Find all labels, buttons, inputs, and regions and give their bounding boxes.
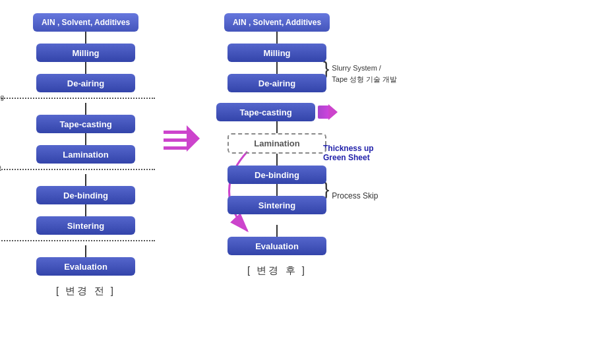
connector bbox=[85, 103, 86, 115]
left-caption: [ 변경 전 ] bbox=[56, 285, 115, 297]
evaluation-box-left: Evaluation bbox=[36, 257, 135, 276]
substrate-dotted-line bbox=[0, 240, 155, 241]
thickness-text-1: Thickness up bbox=[323, 144, 374, 153]
connector bbox=[85, 62, 86, 74]
lamination-box-left: Lamination bbox=[36, 145, 135, 164]
lamination-box-right: Lamination bbox=[227, 133, 326, 154]
connector bbox=[85, 174, 86, 186]
process-skip-text: Process Skip bbox=[332, 190, 378, 202]
connector bbox=[276, 184, 278, 196]
svg-rect-1 bbox=[164, 135, 187, 137]
arrow-svg bbox=[164, 125, 200, 152]
aln-box-left: AlN , Solvent, Additives bbox=[33, 13, 138, 32]
greensheet-dotted-line bbox=[0, 169, 155, 170]
debinding-box-left: De-binding bbox=[36, 186, 135, 204]
svg-rect-2 bbox=[164, 138, 187, 142]
thickness-arrow bbox=[318, 104, 338, 120]
deairing-box-left: De-airing bbox=[36, 74, 135, 92]
slurry-label: Slurry Making bbox=[0, 94, 4, 101]
right-caption: [ 변경 후 ] bbox=[247, 264, 307, 277]
connector bbox=[276, 154, 278, 166]
sintering-box-left: Sintering bbox=[36, 216, 135, 235]
sintering-box-right: Sintering bbox=[227, 196, 326, 214]
slurry-annotation: } Slurry System / Tape 성형 기술 개발 bbox=[323, 63, 397, 84]
greensheet-label: Green Sheet bbox=[0, 165, 1, 172]
milling-box-right: Milling bbox=[227, 44, 326, 62]
process-skip-annotation: } Process Skip bbox=[323, 182, 378, 202]
milling-box-left: Milling bbox=[36, 44, 135, 62]
svg-marker-5 bbox=[187, 125, 200, 152]
arrow-body bbox=[318, 106, 328, 119]
connector bbox=[276, 62, 278, 74]
svg-rect-0 bbox=[164, 131, 187, 134]
thickness-annotation: Thickness up Green Sheet bbox=[323, 144, 374, 162]
tapecasting-box-right: Tape-casting bbox=[216, 103, 315, 121]
slurry-dotted-line bbox=[0, 98, 155, 99]
deairing-box-right: De-airing bbox=[227, 74, 326, 92]
debinding-box-right: De-binding bbox=[227, 166, 326, 184]
aln-box-right: AlN , Solvent, Additives bbox=[224, 13, 330, 32]
svg-rect-4 bbox=[164, 146, 187, 150]
svg-rect-3 bbox=[164, 143, 187, 145]
tapecasting-box-left: Tape-casting bbox=[36, 115, 135, 133]
thickness-text-2: Green Sheet bbox=[323, 153, 374, 162]
evaluation-box-right: Evaluation bbox=[227, 237, 326, 255]
connector bbox=[276, 225, 278, 237]
tapecasting-row: Tape-casting bbox=[216, 103, 338, 121]
connector bbox=[85, 32, 86, 44]
connector bbox=[85, 133, 86, 145]
connector bbox=[85, 204, 86, 216]
arrow-head bbox=[328, 104, 338, 120]
connector bbox=[276, 32, 278, 44]
center-arrow bbox=[162, 122, 201, 155]
connector bbox=[85, 245, 86, 257]
connector bbox=[276, 121, 278, 133]
slurry-text: Slurry System / Tape 성형 기술 개발 bbox=[332, 63, 397, 84]
